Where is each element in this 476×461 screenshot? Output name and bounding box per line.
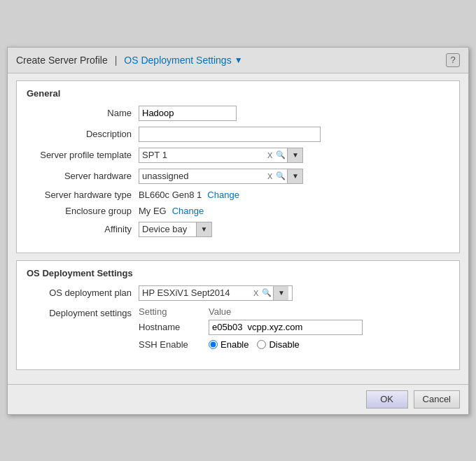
- enclosure-group-row: Enclosure group My EG Change: [27, 206, 449, 216]
- os-deployment-plan-clear-icon[interactable]: X: [251, 289, 260, 297]
- name-input[interactable]: [139, 106, 237, 121]
- affinity-dropdown-icon[interactable]: ▼: [196, 222, 211, 236]
- server-hardware-type-row: Server hardware type BL660c Gen8 1 Chang…: [27, 190, 449, 200]
- description-input[interactable]: [139, 127, 321, 142]
- os-deployment-plan-dropdown-icon[interactable]: ▼: [273, 286, 288, 300]
- general-section: General Name Description Server profile …: [16, 80, 460, 253]
- hostname-row: Hostname: [139, 320, 363, 335]
- server-profile-template-label: Server profile template: [27, 150, 139, 160]
- dialog-footer: OK Cancel: [8, 384, 468, 414]
- ssh-enable-label: SSH Enable: [139, 339, 209, 350]
- dialog-header: Create Server Profile | OS Deployment Se…: [8, 48, 468, 73]
- cancel-button[interactable]: Cancel: [414, 390, 460, 409]
- server-hardware-type-label: Server hardware type: [27, 190, 139, 200]
- server-hardware-label: Server hardware: [27, 171, 139, 181]
- deployment-settings-label: Deployment settings: [27, 306, 139, 318]
- os-deployment-plan-combo[interactable]: HP ESXiV1 Sept2014 X 🔍 ▼: [139, 285, 293, 301]
- deployment-settings-table: Setting Value Hostname SSH Enable: [139, 306, 363, 354]
- hostname-label: Hostname: [139, 322, 209, 332]
- os-deployment-section-title: OS Deployment Settings: [27, 268, 449, 278]
- ssh-disable-option[interactable]: Disable: [257, 339, 299, 350]
- ssh-enable-option[interactable]: Enable: [209, 339, 248, 350]
- server-hardware-combo[interactable]: unassigned X 🔍 ▼: [139, 169, 303, 184]
- server-hardware-type-value: BL660c Gen8 1: [139, 190, 202, 200]
- ssh-disable-option-label: Disable: [269, 339, 299, 350]
- affinity-label: Affinity: [27, 224, 139, 234]
- os-deployment-plan-label: OS deployment plan: [27, 288, 139, 298]
- server-profile-template-search-icon[interactable]: 🔍: [274, 150, 287, 159]
- enclosure-group-value: My EG: [139, 206, 167, 216]
- os-deployment-section: OS Deployment Settings OS deployment pla…: [16, 260, 460, 370]
- server-hardware-control: unassigned X 🔍 ▼: [139, 169, 449, 184]
- server-profile-template-value: SPT 1: [139, 148, 265, 162]
- server-hardware-dropdown-icon[interactable]: ▼: [287, 169, 302, 183]
- name-label: Name: [27, 108, 139, 118]
- server-hardware-type-change-link[interactable]: Change: [207, 190, 239, 200]
- server-profile-template-row: Server profile template SPT 1 X 🔍 ▼: [27, 148, 449, 163]
- deployment-settings-row: Deployment settings Setting Value Hostna…: [27, 306, 449, 354]
- separator: |: [115, 55, 118, 66]
- server-hardware-search-icon[interactable]: 🔍: [274, 171, 287, 180]
- affinity-select[interactable]: Device bay ▼: [139, 222, 212, 237]
- create-server-profile-dialog: Create Server Profile | OS Deployment Se…: [7, 47, 469, 415]
- enclosure-group-label: Enclosure group: [27, 206, 139, 216]
- server-hardware-type-control: BL660c Gen8 1 Change: [139, 190, 449, 200]
- description-control: [139, 127, 449, 142]
- affinity-value: Device bay: [139, 222, 196, 236]
- ssh-enable-radio[interactable]: [209, 340, 218, 349]
- dialog-body: General Name Description Server profile …: [8, 73, 468, 384]
- server-profile-template-control: SPT 1 X 🔍 ▼: [139, 148, 449, 163]
- hostname-value-control: [209, 320, 363, 335]
- name-control: [139, 106, 449, 121]
- col-value-header: Value: [209, 306, 231, 317]
- os-deployment-plan-value: HP ESXiV1 Sept2014: [139, 286, 251, 300]
- os-deployment-dropdown-icon[interactable]: ▼: [234, 55, 243, 65]
- affinity-row: Affinity Device bay ▼: [27, 222, 449, 237]
- os-deployment-settings-link[interactable]: OS Deployment Settings: [124, 55, 231, 66]
- server-hardware-value: unassigned: [139, 169, 265, 183]
- server-profile-template-clear-icon[interactable]: X: [265, 151, 274, 159]
- description-label: Description: [27, 129, 139, 139]
- os-deployment-plan-control: HP ESXiV1 Sept2014 X 🔍 ▼: [139, 285, 449, 301]
- dialog-header-left: Create Server Profile | OS Deployment Se…: [16, 55, 243, 66]
- general-section-title: General: [27, 88, 449, 99]
- ssh-enable-radio-group: Enable Disable: [209, 339, 300, 350]
- server-hardware-clear-icon[interactable]: X: [265, 172, 274, 180]
- os-deployment-plan-row: OS deployment plan HP ESXiV1 Sept2014 X …: [27, 285, 449, 301]
- ds-header-row: Setting Value: [139, 306, 363, 317]
- help-icon[interactable]: ?: [446, 53, 460, 67]
- affinity-control: Device bay ▼: [139, 222, 449, 237]
- enclosure-group-control: My EG Change: [139, 206, 449, 216]
- os-deployment-plan-search-icon[interactable]: 🔍: [260, 288, 273, 297]
- server-hardware-row: Server hardware unassigned X 🔍 ▼: [27, 169, 449, 184]
- enclosure-group-change-link[interactable]: Change: [172, 206, 204, 216]
- dialog-title-static: Create Server Profile: [16, 55, 108, 66]
- ok-button[interactable]: OK: [366, 390, 408, 409]
- server-profile-template-dropdown-icon[interactable]: ▼: [287, 148, 302, 162]
- ssh-enable-row: SSH Enable Enable Disable: [139, 339, 363, 350]
- server-profile-template-combo[interactable]: SPT 1 X 🔍 ▼: [139, 148, 303, 163]
- col-setting-header: Setting: [139, 306, 209, 317]
- hostname-input[interactable]: [209, 320, 363, 335]
- ssh-enable-option-label: Enable: [220, 339, 248, 350]
- name-row: Name: [27, 106, 449, 121]
- description-row: Description: [27, 127, 449, 142]
- ssh-disable-radio[interactable]: [257, 340, 266, 349]
